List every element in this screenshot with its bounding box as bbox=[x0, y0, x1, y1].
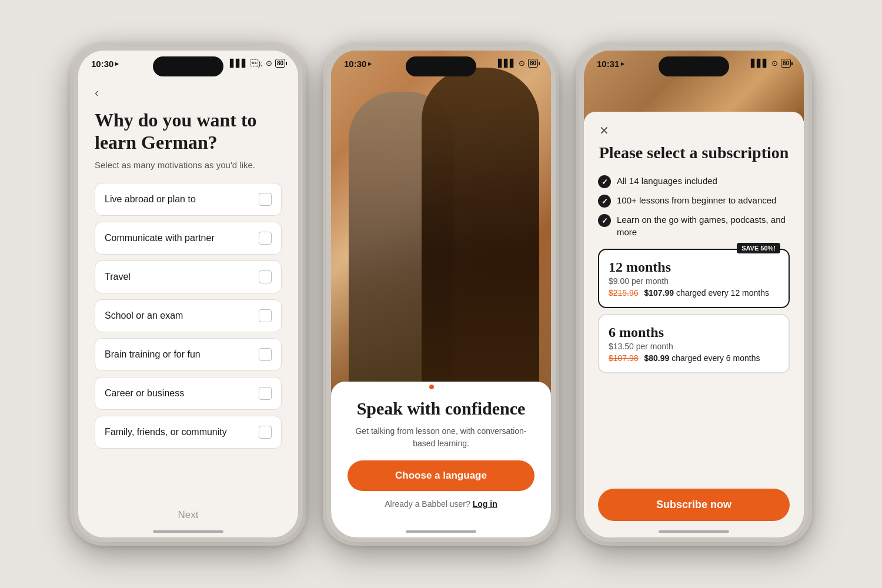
feature-item-1: 100+ lessons from beginner to advanced bbox=[598, 194, 790, 208]
checkbox-travel[interactable] bbox=[259, 270, 272, 283]
check-icon-0 bbox=[598, 175, 611, 188]
time-text-1: 10:30 bbox=[91, 59, 113, 69]
login-link[interactable]: Log in bbox=[473, 499, 497, 509]
plan-name-12: 12 months bbox=[609, 259, 779, 275]
option-career[interactable]: Career or business bbox=[95, 377, 282, 410]
wifi-icon-3: ⊙ bbox=[771, 59, 778, 68]
plan-total-6: $107.98 $80.99 charged every 6 months bbox=[609, 353, 779, 363]
feature-item-0: All 14 languages included bbox=[598, 175, 790, 188]
photo-overlay bbox=[331, 51, 551, 392]
plan-suffix-6: charged every 6 months bbox=[671, 353, 760, 363]
plan-card-6months[interactable]: 6 months $13.50 per month $107.98 $80.99… bbox=[598, 314, 790, 373]
option-live-abroad[interactable]: Live abroad or plan to bbox=[95, 183, 282, 216]
choose-language-button[interactable]: Choose a language bbox=[348, 460, 534, 491]
screen-3: 10:31 ▸ ▋▋▋ ⊙ 80 bbox=[584, 51, 804, 537]
time-2: 10:30 ▸ bbox=[344, 59, 372, 69]
feature-text-1: 100+ lessons from beginner to advanced bbox=[617, 194, 776, 206]
back-button-1[interactable]: ‹ bbox=[95, 86, 282, 99]
feature-item-2: Learn on the go with games, podcasts, an… bbox=[598, 213, 790, 238]
battery-3: 80 bbox=[781, 59, 791, 68]
feature-list: All 14 languages included 100+ lessons f… bbox=[598, 175, 790, 238]
page-title-1: Why do you want to learn German? bbox=[95, 109, 282, 154]
phone3-top-photo: 10:31 ▸ ▋▋▋ ⊙ 80 bbox=[584, 51, 804, 121]
wifi-icon-1: ); bbox=[250, 59, 263, 68]
checkbox-live-abroad[interactable] bbox=[259, 193, 272, 206]
plan-suffix-12: charged every 12 months bbox=[676, 288, 769, 298]
time-text-2: 10:30 bbox=[344, 59, 366, 69]
close-button[interactable]: ✕ bbox=[596, 122, 612, 139]
option-communicate[interactable]: Communicate with partner bbox=[95, 222, 282, 255]
phone-1-outer: 10:30 ▸ ▋▋▋ ); ⊙ 80 ‹ Why do you want t bbox=[70, 42, 306, 546]
dot-3 bbox=[448, 385, 453, 389]
check-icon-2 bbox=[598, 214, 611, 227]
home-indicator-2 bbox=[406, 530, 476, 533]
time-1: 10:30 ▸ bbox=[91, 59, 119, 69]
option-label-brain: Brain training or for fun bbox=[105, 349, 201, 360]
signal-icon-1: ▋▋▋ bbox=[230, 59, 248, 68]
checkbox-family[interactable] bbox=[259, 426, 272, 439]
checkbox-brain[interactable] bbox=[259, 348, 272, 361]
dynamic-island-2 bbox=[406, 56, 476, 76]
home-indicator-1 bbox=[153, 530, 223, 533]
login-prompt-text: Already a Babbel user? bbox=[385, 499, 470, 509]
option-label-family: Family, friends, or community bbox=[105, 427, 227, 437]
location-arrow-2: ▸ bbox=[368, 60, 372, 68]
checkbox-communicate[interactable] bbox=[259, 232, 272, 245]
signal-icon-2: ▋▋▋ bbox=[498, 59, 516, 68]
phone-3-outer: 10:31 ▸ ▋▋▋ ⊙ 80 bbox=[576, 42, 812, 546]
dot-2 bbox=[439, 385, 443, 389]
wifi-icon-2: ⊙ bbox=[519, 59, 525, 68]
wifi-symbol-1: ⊙ bbox=[266, 59, 272, 68]
location-arrow-1: ▸ bbox=[115, 60, 119, 68]
plan-name-6: 6 months bbox=[609, 325, 779, 340]
location-arrow-3: ▸ bbox=[621, 60, 624, 68]
home-indicator-3 bbox=[659, 530, 729, 533]
option-label-communicate: Communicate with partner bbox=[105, 233, 215, 243]
plan-monthly-12: $9.00 per month bbox=[609, 276, 779, 286]
card-bottom: Speak with confidence Get talking from l… bbox=[331, 382, 551, 537]
photo-background bbox=[331, 51, 551, 392]
status-bar-3: 10:31 ▸ ▋▋▋ ⊙ 80 bbox=[584, 51, 804, 82]
checkbox-school[interactable] bbox=[259, 309, 272, 322]
dynamic-island-1 bbox=[153, 56, 223, 76]
checkbox-career[interactable] bbox=[259, 387, 272, 400]
subscribe-button[interactable]: Subscribe now bbox=[598, 489, 790, 521]
plan-card-12months[interactable]: SAVE 50%! 12 months $9.00 per month $215… bbox=[598, 249, 790, 308]
phone-2-outer: 10:30 ▸ ▋▋▋ ⊙ 80 bbox=[323, 42, 559, 546]
plan-monthly-6: $13.50 per month bbox=[609, 342, 779, 351]
card-title: Speak with confidence bbox=[348, 398, 534, 419]
feature-text-2: Learn on the go with games, podcasts, an… bbox=[617, 213, 790, 238]
option-school[interactable]: School or an exam bbox=[95, 299, 282, 332]
time-text-3: 10:31 bbox=[597, 59, 619, 69]
phone-1: 10:30 ▸ ▋▋▋ ); ⊙ 80 ‹ Why do you want t bbox=[74, 46, 303, 542]
dot-1 bbox=[429, 385, 434, 389]
check-icon-1 bbox=[598, 195, 611, 208]
option-travel[interactable]: Travel bbox=[95, 260, 282, 293]
feature-text-0: All 14 languages included bbox=[617, 175, 717, 187]
dots-indicator bbox=[429, 385, 453, 389]
plan-discounted-12: $107.99 bbox=[644, 288, 674, 298]
battery-text-2: 80 bbox=[530, 60, 536, 66]
save-badge: SAVE 50%! bbox=[737, 243, 780, 253]
option-family[interactable]: Family, friends, or community bbox=[95, 416, 282, 449]
status-icons-3: ▋▋▋ ⊙ 80 bbox=[751, 59, 791, 68]
plan-discounted-6: $80.99 bbox=[644, 353, 670, 363]
option-brain[interactable]: Brain training or for fun bbox=[95, 338, 282, 371]
battery-2: 80 bbox=[528, 59, 538, 68]
option-label-travel: Travel bbox=[105, 272, 131, 282]
next-button-1[interactable]: Next bbox=[178, 509, 199, 521]
phone2-photo: 10:30 ▸ ▋▋▋ ⊙ 80 bbox=[331, 51, 551, 392]
battery-1: 80 bbox=[275, 59, 285, 68]
plan-original-6: $107.98 bbox=[609, 353, 639, 363]
status-icons-2: ▋▋▋ ⊙ 80 bbox=[498, 59, 538, 68]
option-list-1: Live abroad or plan to Communicate with … bbox=[95, 183, 282, 500]
option-label-career: Career or business bbox=[105, 388, 184, 399]
phone1-content: ‹ Why do you want to learn German? Selec… bbox=[78, 51, 298, 537]
screen-2: 10:30 ▸ ▋▋▋ ⊙ 80 bbox=[331, 51, 551, 537]
time-3: 10:31 ▸ bbox=[597, 59, 624, 69]
phones-container: 10:30 ▸ ▋▋▋ ); ⊙ 80 ‹ Why do you want t bbox=[70, 42, 812, 546]
battery-text-3: 80 bbox=[783, 60, 789, 66]
phone-2: 10:30 ▸ ▋▋▋ ⊙ 80 bbox=[326, 46, 556, 542]
phone3-content: 10:31 ▸ ▋▋▋ ⊙ 80 bbox=[584, 51, 804, 537]
option-label-school: School or an exam bbox=[105, 310, 183, 321]
